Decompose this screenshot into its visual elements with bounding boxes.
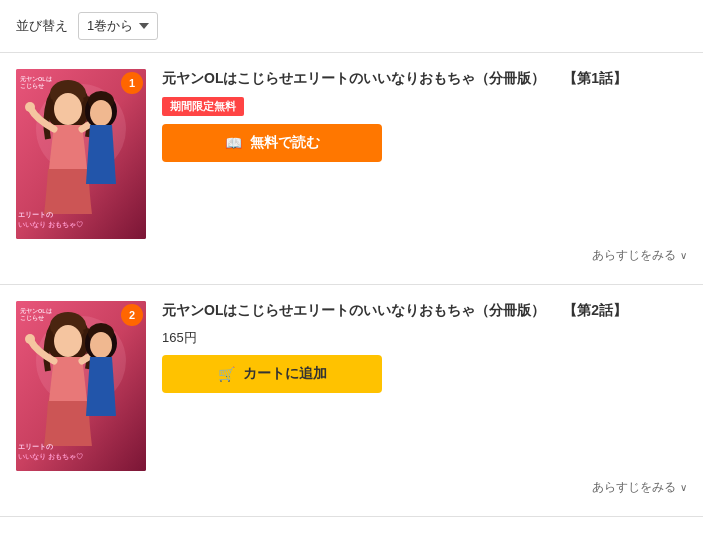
svg-point-4 — [54, 93, 82, 125]
item-info-1: 元ヤンOLはこじらせエリートのいいなりおもちゃ（分冊版） 【第1話】 期間限定無… — [162, 69, 687, 162]
list-item: 元ヤンOLは こじらせ いいなり おもちゃ♡ エリートの 2 元ヤンOLはこじら… — [0, 285, 703, 517]
svg-text:エリートの: エリートの — [18, 443, 53, 450]
synopsis-link-2[interactable]: あらすじをみる ∨ — [16, 471, 687, 500]
chevron-down-icon: ∨ — [680, 250, 687, 261]
svg-text:1: 1 — [129, 77, 135, 89]
svg-point-9 — [90, 100, 112, 126]
free-badge-1: 期間限定無料 — [162, 97, 244, 116]
svg-text:2: 2 — [129, 309, 135, 321]
sort-label: 並び替え — [16, 17, 68, 35]
item-title-1: 元ヤンOLはこじらせエリートのいいなりおもちゃ（分冊版） 【第1話】 — [162, 69, 687, 89]
svg-text:元ヤンOLは: 元ヤンOLは — [20, 76, 52, 82]
svg-point-20 — [54, 325, 82, 357]
svg-point-5 — [25, 102, 35, 112]
svg-text:元ヤンOLは: 元ヤンOLは — [20, 308, 52, 314]
item-price-2: 165円 — [162, 329, 687, 347]
svg-text:こじらせ: こじらせ — [20, 315, 44, 321]
book-icon: 📖 — [225, 135, 242, 151]
book-cover-1: 元ヤンOLは こじらせ いいなり おもちゃ♡ エリートの 1 — [16, 69, 146, 239]
cart-icon: 🛒 — [218, 366, 235, 382]
svg-text:いいなり おもちゃ♡: いいなり おもちゃ♡ — [18, 221, 83, 229]
read-free-button-1[interactable]: 📖 無料で読む — [162, 124, 382, 162]
svg-point-25 — [90, 332, 112, 358]
book-cover-2: 元ヤンOLは こじらせ いいなり おもちゃ♡ エリートの 2 — [16, 301, 146, 471]
list-item: 元ヤンOLは こじらせ いいなり おもちゃ♡ エリートの 1 元ヤンOLはこじら… — [0, 53, 703, 285]
svg-point-21 — [25, 334, 35, 344]
sort-select[interactable]: 1巻から — [78, 12, 158, 40]
svg-text:エリートの: エリートの — [18, 211, 53, 218]
synopsis-link-1[interactable]: あらすじをみる ∨ — [16, 239, 687, 268]
sort-bar: 並び替え 1巻から — [0, 0, 703, 53]
chevron-down-icon — [139, 23, 149, 29]
item-info-2: 元ヤンOLはこじらせエリートのいいなりおもちゃ（分冊版） 【第2話】 165円 … — [162, 301, 687, 393]
svg-text:こじらせ: こじらせ — [20, 83, 44, 89]
svg-text:いいなり おもちゃ♡: いいなり おもちゃ♡ — [18, 453, 83, 461]
sort-selected-value: 1巻から — [87, 17, 133, 35]
add-cart-button-2[interactable]: 🛒 カートに追加 — [162, 355, 382, 393]
chevron-down-icon: ∨ — [680, 482, 687, 493]
item-title-2: 元ヤンOLはこじらせエリートのいいなりおもちゃ（分冊版） 【第2話】 — [162, 301, 687, 321]
